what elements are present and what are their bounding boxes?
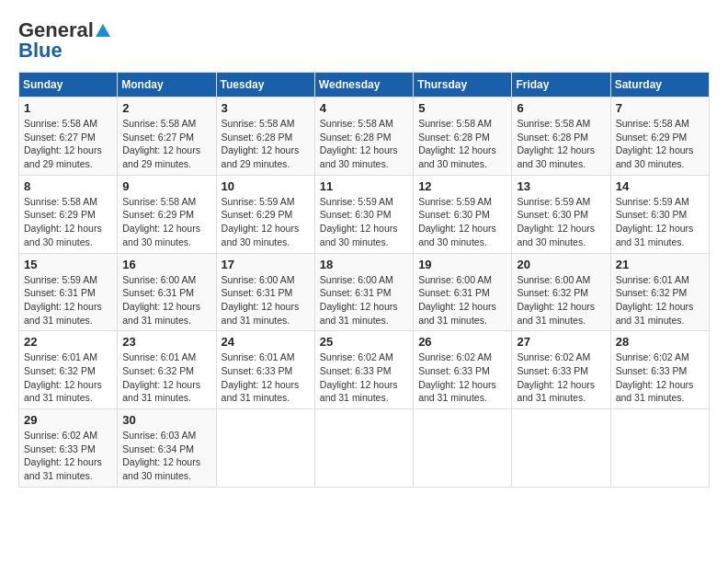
day-info: Sunrise: 6:00 AMSunset: 6:31 PMDaylight:… bbox=[418, 274, 496, 326]
table-row: 16 Sunrise: 6:00 AMSunset: 6:31 PMDaylig… bbox=[118, 253, 216, 331]
day-number: 24 bbox=[222, 335, 310, 349]
day-number: 22 bbox=[24, 335, 112, 349]
table-row: 3 Sunrise: 5:58 AMSunset: 6:28 PMDayligh… bbox=[216, 98, 314, 176]
day-info: Sunrise: 5:58 AMSunset: 6:29 PMDaylight:… bbox=[616, 118, 694, 169]
day-number: 27 bbox=[517, 335, 605, 349]
day-number: 10 bbox=[222, 179, 310, 193]
day-number: 14 bbox=[616, 179, 704, 193]
day-number: 9 bbox=[122, 179, 210, 193]
day-info: Sunrise: 5:59 AMSunset: 6:30 PMDaylight:… bbox=[320, 196, 398, 247]
day-number: 23 bbox=[122, 335, 210, 349]
day-number: 16 bbox=[122, 258, 210, 271]
table-row bbox=[512, 409, 610, 488]
day-number: 5 bbox=[418, 101, 506, 115]
day-info: Sunrise: 5:59 AMSunset: 6:31 PMDaylight:… bbox=[24, 274, 102, 326]
day-number: 2 bbox=[122, 101, 210, 115]
day-number: 4 bbox=[320, 101, 408, 115]
day-number: 13 bbox=[517, 179, 605, 193]
col-sunday: Sunday bbox=[19, 73, 118, 98]
table-row: 26 Sunrise: 6:02 AMSunset: 6:33 PMDaylig… bbox=[414, 331, 512, 409]
day-number: 29 bbox=[24, 413, 112, 427]
page-header: General Blue bbox=[18, 18, 710, 63]
col-friday: Friday bbox=[512, 73, 610, 98]
logo-blue-text: Blue bbox=[18, 39, 63, 63]
day-info: Sunrise: 5:58 AMSunset: 6:28 PMDaylight:… bbox=[320, 118, 398, 169]
table-row: 11 Sunrise: 5:59 AMSunset: 6:30 PMDaylig… bbox=[314, 175, 413, 253]
day-number: 17 bbox=[222, 258, 310, 271]
day-info: Sunrise: 5:58 AMSunset: 6:28 PMDaylight:… bbox=[222, 118, 300, 169]
day-info: Sunrise: 5:59 AMSunset: 6:30 PMDaylight:… bbox=[418, 196, 496, 247]
day-number: 21 bbox=[616, 258, 704, 271]
table-row: 14 Sunrise: 5:59 AMSunset: 6:30 PMDaylig… bbox=[610, 175, 709, 253]
table-row: 9 Sunrise: 5:58 AMSunset: 6:29 PMDayligh… bbox=[118, 175, 216, 253]
day-info: Sunrise: 5:59 AMSunset: 6:29 PMDaylight:… bbox=[222, 196, 300, 247]
table-row: 15 Sunrise: 5:59 AMSunset: 6:31 PMDaylig… bbox=[19, 253, 118, 331]
day-info: Sunrise: 6:02 AMSunset: 6:33 PMDaylight:… bbox=[616, 351, 694, 403]
col-tuesday: Tuesday bbox=[216, 73, 314, 98]
header-row: Sunday Monday Tuesday Wednesday Thursday… bbox=[19, 73, 710, 98]
table-row: 20 Sunrise: 6:00 AMSunset: 6:32 PMDaylig… bbox=[512, 253, 610, 331]
day-number: 25 bbox=[320, 335, 408, 349]
day-number: 7 bbox=[616, 101, 704, 115]
table-row: 19 Sunrise: 6:00 AMSunset: 6:31 PMDaylig… bbox=[414, 253, 512, 331]
day-number: 3 bbox=[222, 101, 310, 115]
table-row: 25 Sunrise: 6:02 AMSunset: 6:33 PMDaylig… bbox=[314, 331, 413, 409]
day-info: Sunrise: 6:02 AMSunset: 6:33 PMDaylight:… bbox=[418, 351, 496, 403]
day-number: 12 bbox=[418, 179, 506, 193]
day-number: 26 bbox=[418, 335, 506, 349]
day-info: Sunrise: 6:01 AMSunset: 6:32 PMDaylight:… bbox=[24, 351, 102, 403]
table-row: 30 Sunrise: 6:03 AMSunset: 6:34 PMDaylig… bbox=[118, 409, 216, 488]
day-info: Sunrise: 6:00 AMSunset: 6:31 PMDaylight:… bbox=[320, 274, 398, 326]
day-info: Sunrise: 5:58 AMSunset: 6:27 PMDaylight:… bbox=[122, 118, 200, 169]
day-info: Sunrise: 5:58 AMSunset: 6:28 PMDaylight:… bbox=[517, 118, 595, 169]
table-row bbox=[414, 409, 512, 488]
table-row: 10 Sunrise: 5:59 AMSunset: 6:29 PMDaylig… bbox=[216, 175, 314, 253]
day-info: Sunrise: 6:02 AMSunset: 6:33 PMDaylight:… bbox=[320, 351, 398, 403]
table-row: 24 Sunrise: 6:01 AMSunset: 6:33 PMDaylig… bbox=[216, 331, 314, 409]
calendar-row: 15 Sunrise: 5:59 AMSunset: 6:31 PMDaylig… bbox=[19, 253, 710, 331]
calendar-table: Sunday Monday Tuesday Wednesday Thursday… bbox=[18, 72, 710, 488]
day-number: 8 bbox=[24, 179, 112, 193]
calendar-row: 22 Sunrise: 6:01 AMSunset: 6:32 PMDaylig… bbox=[19, 331, 710, 409]
table-row bbox=[610, 409, 709, 488]
calendar-row: 1 Sunrise: 5:58 AMSunset: 6:27 PMDayligh… bbox=[19, 98, 710, 176]
day-info: Sunrise: 6:01 AMSunset: 6:32 PMDaylight:… bbox=[616, 274, 694, 326]
table-row: 7 Sunrise: 5:58 AMSunset: 6:29 PMDayligh… bbox=[610, 98, 709, 176]
table-row: 12 Sunrise: 5:59 AMSunset: 6:30 PMDaylig… bbox=[414, 175, 512, 253]
day-info: Sunrise: 5:59 AMSunset: 6:30 PMDaylight:… bbox=[517, 196, 595, 247]
table-row: 2 Sunrise: 5:58 AMSunset: 6:27 PMDayligh… bbox=[118, 98, 216, 176]
day-info: Sunrise: 5:58 AMSunset: 6:28 PMDaylight:… bbox=[418, 118, 496, 169]
table-row: 6 Sunrise: 5:58 AMSunset: 6:28 PMDayligh… bbox=[512, 98, 610, 176]
day-info: Sunrise: 6:01 AMSunset: 6:32 PMDaylight:… bbox=[122, 351, 200, 403]
day-number: 15 bbox=[24, 258, 112, 271]
day-number: 11 bbox=[320, 179, 408, 193]
day-info: Sunrise: 6:03 AMSunset: 6:34 PMDaylight:… bbox=[122, 430, 200, 481]
day-info: Sunrise: 5:58 AMSunset: 6:29 PMDaylight:… bbox=[122, 196, 200, 247]
day-info: Sunrise: 6:00 AMSunset: 6:31 PMDaylight:… bbox=[122, 274, 200, 326]
table-row: 17 Sunrise: 6:00 AMSunset: 6:31 PMDaylig… bbox=[216, 253, 314, 331]
day-number: 19 bbox=[418, 258, 506, 271]
logo-triangle-icon bbox=[96, 24, 110, 37]
col-thursday: Thursday bbox=[414, 73, 512, 98]
day-info: Sunrise: 6:02 AMSunset: 6:33 PMDaylight:… bbox=[24, 430, 102, 481]
logo: General Blue bbox=[18, 18, 110, 63]
day-number: 20 bbox=[517, 258, 605, 271]
day-number: 18 bbox=[320, 258, 408, 271]
col-wednesday: Wednesday bbox=[314, 73, 413, 98]
day-info: Sunrise: 6:01 AMSunset: 6:33 PMDaylight:… bbox=[222, 351, 300, 403]
day-info: Sunrise: 6:00 AMSunset: 6:31 PMDaylight:… bbox=[222, 274, 300, 326]
day-number: 30 bbox=[122, 413, 210, 427]
table-row: 8 Sunrise: 5:58 AMSunset: 6:29 PMDayligh… bbox=[19, 175, 118, 253]
table-row: 4 Sunrise: 5:58 AMSunset: 6:28 PMDayligh… bbox=[314, 98, 413, 176]
day-info: Sunrise: 5:58 AMSunset: 6:29 PMDaylight:… bbox=[24, 196, 102, 247]
col-monday: Monday bbox=[118, 73, 216, 98]
day-info: Sunrise: 6:02 AMSunset: 6:33 PMDaylight:… bbox=[517, 351, 595, 403]
calendar-row: 8 Sunrise: 5:58 AMSunset: 6:29 PMDayligh… bbox=[19, 175, 710, 253]
table-row: 13 Sunrise: 5:59 AMSunset: 6:30 PMDaylig… bbox=[512, 175, 610, 253]
table-row bbox=[314, 409, 413, 488]
table-row: 18 Sunrise: 6:00 AMSunset: 6:31 PMDaylig… bbox=[314, 253, 413, 331]
day-info: Sunrise: 5:58 AMSunset: 6:27 PMDaylight:… bbox=[24, 118, 102, 169]
table-row: 28 Sunrise: 6:02 AMSunset: 6:33 PMDaylig… bbox=[610, 331, 709, 409]
table-row: 22 Sunrise: 6:01 AMSunset: 6:32 PMDaylig… bbox=[19, 331, 118, 409]
table-row: 23 Sunrise: 6:01 AMSunset: 6:32 PMDaylig… bbox=[118, 331, 216, 409]
